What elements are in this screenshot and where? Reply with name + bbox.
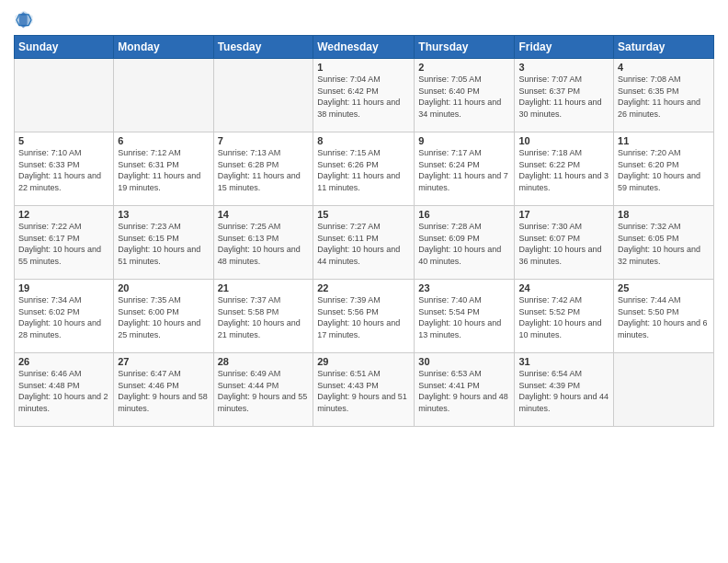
day-number: 29 — [317, 356, 410, 367]
calendar-cell: 22Sunrise: 7:39 AM Sunset: 5:56 PM Dayli… — [313, 280, 415, 353]
calendar-week-row: 1Sunrise: 7:04 AM Sunset: 6:42 PM Daylig… — [15, 59, 714, 132]
day-number: 26 — [18, 356, 109, 367]
calendar-cell: 21Sunrise: 7:37 AM Sunset: 5:58 PM Dayli… — [213, 280, 313, 353]
day-number: 15 — [317, 209, 410, 220]
calendar-cell: 9Sunrise: 7:17 AM Sunset: 6:24 PM Daylig… — [415, 132, 515, 206]
calendar-cell: 14Sunrise: 7:25 AM Sunset: 6:13 PM Dayli… — [213, 206, 313, 280]
day-number: 16 — [418, 209, 510, 220]
day-number: 11 — [618, 135, 710, 146]
day-number: 14 — [218, 209, 310, 220]
day-number: 25 — [618, 282, 710, 293]
weekday-header-thursday: Thursday — [415, 36, 515, 59]
calendar-cell — [15, 59, 114, 132]
day-info: Sunrise: 7:37 AM Sunset: 5:58 PM Dayligh… — [218, 294, 310, 340]
day-info: Sunrise: 7:04 AM Sunset: 6:42 PM Dayligh… — [317, 74, 410, 120]
calendar-cell: 15Sunrise: 7:27 AM Sunset: 6:11 PM Dayli… — [313, 206, 415, 280]
calendar-cell: 30Sunrise: 6:53 AM Sunset: 4:41 PM Dayli… — [415, 353, 515, 427]
day-info: Sunrise: 7:05 AM Sunset: 6:40 PM Dayligh… — [418, 74, 510, 120]
day-info: Sunrise: 7:32 AM Sunset: 6:05 PM Dayligh… — [618, 221, 710, 267]
day-number: 13 — [118, 209, 209, 220]
day-info: Sunrise: 7:20 AM Sunset: 6:20 PM Dayligh… — [618, 147, 710, 193]
day-info: Sunrise: 7:15 AM Sunset: 6:26 PM Dayligh… — [317, 147, 410, 193]
day-number: 23 — [418, 282, 510, 293]
calendar-cell: 26Sunrise: 6:46 AM Sunset: 4:48 PM Dayli… — [15, 353, 114, 427]
header — [14, 9, 714, 29]
day-info: Sunrise: 7:22 AM Sunset: 6:17 PM Dayligh… — [18, 221, 109, 267]
calendar-cell — [213, 59, 313, 132]
calendar-cell — [614, 353, 714, 427]
day-info: Sunrise: 7:08 AM Sunset: 6:35 PM Dayligh… — [618, 74, 710, 120]
day-number: 1 — [317, 62, 410, 73]
calendar-cell: 1Sunrise: 7:04 AM Sunset: 6:42 PM Daylig… — [313, 59, 415, 132]
day-info: Sunrise: 7:25 AM Sunset: 6:13 PM Dayligh… — [218, 221, 310, 267]
day-number: 21 — [218, 282, 310, 293]
day-number: 28 — [218, 356, 310, 367]
day-number: 8 — [317, 135, 410, 146]
day-number: 6 — [118, 135, 209, 146]
calendar-cell: 24Sunrise: 7:42 AM Sunset: 5:52 PM Dayli… — [515, 280, 614, 353]
calendar-cell: 29Sunrise: 6:51 AM Sunset: 4:43 PM Dayli… — [313, 353, 415, 427]
day-info: Sunrise: 6:49 AM Sunset: 4:44 PM Dayligh… — [218, 368, 310, 414]
day-info: Sunrise: 6:54 AM Sunset: 4:39 PM Dayligh… — [518, 368, 609, 414]
day-info: Sunrise: 7:28 AM Sunset: 6:09 PM Dayligh… — [418, 221, 510, 267]
day-info: Sunrise: 7:07 AM Sunset: 6:37 PM Dayligh… — [518, 74, 609, 120]
calendar-cell: 27Sunrise: 6:47 AM Sunset: 4:46 PM Dayli… — [114, 353, 213, 427]
calendar-cell: 20Sunrise: 7:35 AM Sunset: 6:00 PM Dayli… — [114, 280, 213, 353]
logo — [14, 9, 36, 29]
day-info: Sunrise: 7:39 AM Sunset: 5:56 PM Dayligh… — [317, 294, 410, 340]
day-number: 20 — [118, 282, 209, 293]
calendar-cell: 23Sunrise: 7:40 AM Sunset: 5:54 PM Dayli… — [415, 280, 515, 353]
calendar-cell: 8Sunrise: 7:15 AM Sunset: 6:26 PM Daylig… — [313, 132, 415, 206]
calendar-week-row: 19Sunrise: 7:34 AM Sunset: 6:02 PM Dayli… — [15, 280, 714, 353]
day-info: Sunrise: 7:35 AM Sunset: 6:00 PM Dayligh… — [118, 294, 209, 340]
calendar-cell: 19Sunrise: 7:34 AM Sunset: 6:02 PM Dayli… — [15, 280, 114, 353]
calendar-cell: 11Sunrise: 7:20 AM Sunset: 6:20 PM Dayli… — [614, 132, 714, 206]
day-info: Sunrise: 7:10 AM Sunset: 6:33 PM Dayligh… — [18, 147, 109, 193]
calendar-cell — [114, 59, 213, 132]
day-info: Sunrise: 7:18 AM Sunset: 6:22 PM Dayligh… — [518, 147, 609, 193]
day-info: Sunrise: 7:12 AM Sunset: 6:31 PM Dayligh… — [118, 147, 209, 193]
weekday-header-saturday: Saturday — [614, 36, 714, 59]
day-number: 31 — [518, 356, 609, 367]
day-info: Sunrise: 7:42 AM Sunset: 5:52 PM Dayligh… — [518, 294, 609, 340]
day-number: 9 — [418, 135, 510, 146]
day-info: Sunrise: 6:46 AM Sunset: 4:48 PM Dayligh… — [18, 368, 109, 414]
day-info: Sunrise: 7:17 AM Sunset: 6:24 PM Dayligh… — [418, 147, 510, 193]
calendar-cell: 10Sunrise: 7:18 AM Sunset: 6:22 PM Dayli… — [515, 132, 614, 206]
calendar-cell: 28Sunrise: 6:49 AM Sunset: 4:44 PM Dayli… — [213, 353, 313, 427]
calendar-cell: 16Sunrise: 7:28 AM Sunset: 6:09 PM Dayli… — [415, 206, 515, 280]
calendar-cell: 31Sunrise: 6:54 AM Sunset: 4:39 PM Dayli… — [515, 353, 614, 427]
day-number: 5 — [18, 135, 109, 146]
calendar-cell: 2Sunrise: 7:05 AM Sunset: 6:40 PM Daylig… — [415, 59, 515, 132]
day-number: 7 — [218, 135, 310, 146]
calendar-cell: 5Sunrise: 7:10 AM Sunset: 6:33 PM Daylig… — [15, 132, 114, 206]
calendar-week-row: 12Sunrise: 7:22 AM Sunset: 6:17 PM Dayli… — [15, 206, 714, 280]
calendar-cell: 17Sunrise: 7:30 AM Sunset: 6:07 PM Dayli… — [515, 206, 614, 280]
day-info: Sunrise: 6:53 AM Sunset: 4:41 PM Dayligh… — [418, 368, 510, 414]
day-number: 30 — [418, 356, 510, 367]
calendar-cell: 6Sunrise: 7:12 AM Sunset: 6:31 PM Daylig… — [114, 132, 213, 206]
calendar-table: SundayMondayTuesdayWednesdayThursdayFrid… — [14, 35, 714, 427]
day-info: Sunrise: 7:44 AM Sunset: 5:50 PM Dayligh… — [618, 294, 710, 340]
calendar-cell: 13Sunrise: 7:23 AM Sunset: 6:15 PM Dayli… — [114, 206, 213, 280]
day-number: 24 — [518, 282, 609, 293]
day-info: Sunrise: 7:30 AM Sunset: 6:07 PM Dayligh… — [518, 221, 609, 267]
day-info: Sunrise: 6:51 AM Sunset: 4:43 PM Dayligh… — [317, 368, 410, 414]
weekday-header-wednesday: Wednesday — [313, 36, 415, 59]
day-number: 3 — [518, 62, 609, 73]
day-number: 4 — [618, 62, 710, 73]
weekday-header-monday: Monday — [114, 36, 213, 59]
calendar-cell: 12Sunrise: 7:22 AM Sunset: 6:17 PM Dayli… — [15, 206, 114, 280]
day-number: 27 — [118, 356, 209, 367]
weekday-header-sunday: Sunday — [15, 36, 114, 59]
calendar-cell: 7Sunrise: 7:13 AM Sunset: 6:28 PM Daylig… — [213, 132, 313, 206]
day-info: Sunrise: 7:34 AM Sunset: 6:02 PM Dayligh… — [18, 294, 109, 340]
day-number: 19 — [18, 282, 109, 293]
day-info: Sunrise: 7:40 AM Sunset: 5:54 PM Dayligh… — [418, 294, 510, 340]
calendar-cell: 25Sunrise: 7:44 AM Sunset: 5:50 PM Dayli… — [614, 280, 714, 353]
weekday-header-tuesday: Tuesday — [213, 36, 313, 59]
day-info: Sunrise: 7:27 AM Sunset: 6:11 PM Dayligh… — [317, 221, 410, 267]
day-number: 2 — [418, 62, 510, 73]
calendar-cell: 18Sunrise: 7:32 AM Sunset: 6:05 PM Dayli… — [614, 206, 714, 280]
page: SundayMondayTuesdayWednesdayThursdayFrid… — [0, 0, 728, 563]
